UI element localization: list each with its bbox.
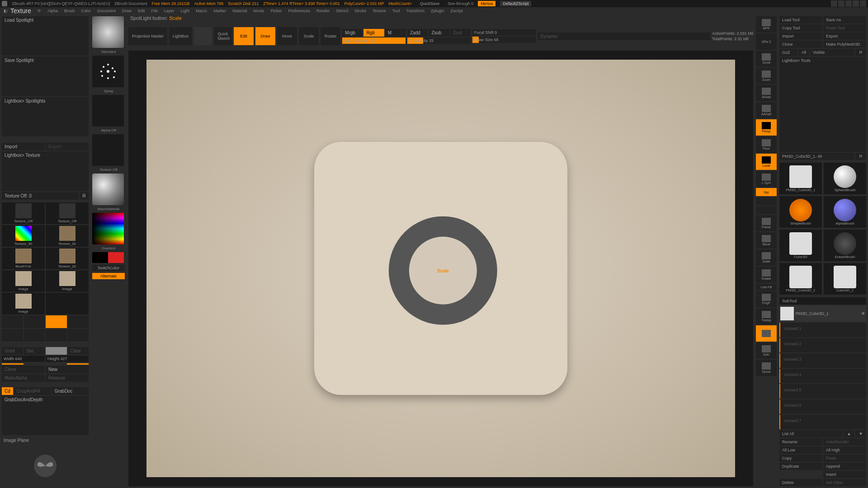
rotate-icon[interactable]: [68, 315, 89, 328]
op1-icon[interactable]: [2, 329, 23, 342]
cropandfill-button[interactable]: CropAndFill: [14, 387, 51, 395]
rotate-nav-button[interactable]: Rotate: [756, 267, 777, 283]
menu-draw[interactable]: Draw: [122, 9, 132, 13]
subtool-slot[interactable]: Unused 7: [779, 415, 866, 429]
tool-r-button[interactable]: R: [855, 153, 866, 160]
move-button[interactable]: Move: [277, 27, 297, 45]
menu-light[interactable]: Light: [181, 9, 190, 13]
switchcolor-button[interactable]: SwitchColor: [92, 265, 125, 271]
solo-button[interactable]: Solo: [756, 343, 777, 359]
tool-item[interactable]: EraserBrush: [824, 230, 866, 261]
color-swatches[interactable]: [92, 252, 124, 263]
texture-item[interactable]: Texture_01: [46, 225, 89, 247]
m-button[interactable]: M: [385, 29, 406, 37]
load-tool-button[interactable]: Load Tool: [779, 16, 822, 23]
material-thumb[interactable]: [92, 174, 124, 205]
menu-layer[interactable]: Layer: [164, 9, 175, 13]
zadd-button[interactable]: Zadd: [407, 29, 428, 37]
z-intensity-slider[interactable]: Z Intensity 25: [407, 38, 471, 44]
duplicate-button[interactable]: Duplicate: [779, 463, 822, 470]
alpha-thumb[interactable]: [92, 95, 124, 127]
subtool-slot[interactable]: Unused 3: [779, 353, 866, 368]
menu-alpha[interactable]: Alpha: [47, 9, 58, 13]
min-icon[interactable]: [831, 0, 837, 7]
goz-button[interactable]: GoZ: [779, 49, 797, 56]
clear-button[interactable]: Clear: [68, 347, 89, 355]
sec-button[interactable]: Sec: [24, 347, 45, 355]
import-tool-button[interactable]: Import: [779, 33, 822, 40]
goz-all-button[interactable]: All: [798, 49, 809, 56]
menu-tool[interactable]: Tool: [392, 9, 400, 13]
export-tool-button[interactable]: Export: [823, 33, 866, 40]
lightbox-tools-button[interactable]: Lightbox> Tools: [779, 57, 866, 152]
zoom-button[interactable]: Zoom: [756, 68, 777, 84]
current-tool-label[interactable]: PM3D_Cube3D_1. 49: [779, 153, 854, 160]
load-spotlight-button[interactable]: Load Spotlight: [2, 16, 89, 56]
tool-item[interactable]: AlphaBrush: [824, 196, 866, 228]
subtool-slot[interactable]: Unused 4: [779, 369, 866, 383]
image-plane-section[interactable]: Image Plane: [2, 436, 89, 445]
arrow-down-icon[interactable]: ▼: [855, 430, 866, 437]
tool-item[interactable]: SphereBrush: [824, 163, 866, 194]
menu-movie[interactable]: Movie: [253, 9, 264, 13]
subtool-current[interactable]: PM3D_Cube3D_1 👁: [779, 305, 866, 322]
rotate-button[interactable]: Rotate: [321, 27, 340, 45]
projection-master-button[interactable]: Projection Master: [128, 27, 167, 45]
scale-button[interactable]: Scale: [299, 27, 319, 45]
spotlight-ring[interactable]: Scale: [389, 216, 497, 325]
texture-item[interactable]: Image: [2, 270, 45, 292]
aahalf-button[interactable]: AAHalf: [756, 102, 777, 118]
local-button[interactable]: Local: [756, 154, 777, 170]
menu-render[interactable]: Render: [316, 9, 330, 13]
draw-size-slider[interactable]: Draw Size 68: [472, 37, 536, 43]
grabdocdepth-button[interactable]: GrabDocAndDepth: [2, 396, 89, 435]
save-as-button[interactable]: Save As: [823, 16, 866, 23]
alternate-button[interactable]: Alternate: [92, 273, 125, 279]
scroll-button[interactable]: Scroll: [756, 51, 777, 67]
paste-tool-button[interactable]: Paste Tool: [823, 24, 866, 32]
main-color[interactable]: [46, 347, 67, 355]
focal-shift-slider[interactable]: Focal Shift 0: [472, 29, 536, 36]
xpose-button[interactable]: Xpose: [756, 360, 777, 376]
height-slider[interactable]: Height 427: [46, 356, 89, 362]
quicksketch-icon[interactable]: [194, 27, 212, 45]
color-picker[interactable]: [92, 213, 124, 244]
menu-transform[interactable]: Transform: [406, 9, 425, 13]
zsub-button[interactable]: Zsub: [429, 29, 449, 37]
edit-button[interactable]: Edit: [234, 27, 254, 45]
menus-button[interactable]: Menus: [478, 1, 495, 6]
flip-h-icon[interactable]: [2, 315, 23, 328]
quicksave-button[interactable]: QuickSave: [416, 1, 443, 6]
seethrough[interactable]: See-through 0: [448, 1, 473, 6]
subtool-slot[interactable]: Unused 1: [779, 323, 866, 337]
rgb-intensity-slider[interactable]: Rgb Intensity 100: [342, 38, 406, 44]
op3-icon[interactable]: [46, 329, 67, 342]
tool-item[interactable]: SimpleBrush: [779, 196, 822, 228]
scale-nav-button[interactable]: Scale: [756, 249, 777, 266]
grabdoc-button[interactable]: GrabDoc: [52, 387, 89, 395]
rename-button[interactable]: Rename: [779, 438, 822, 446]
lightbox-button[interactable]: LightBox: [169, 27, 192, 45]
menu-material[interactable]: Material: [232, 9, 247, 13]
canvas[interactable]: Scale: [128, 51, 753, 486]
flip-v-icon[interactable]: [24, 315, 45, 328]
tool-item[interactable]: Cube3D_1: [824, 263, 866, 295]
cd-button[interactable]: Cd: [2, 387, 13, 395]
menu-document[interactable]: Document: [97, 9, 116, 13]
draw-button[interactable]: Draw: [255, 27, 275, 45]
spix-button[interactable]: SPix 3: [756, 33, 777, 50]
menu-macro[interactable]: Macro: [196, 9, 207, 13]
grad-button[interactable]: Grad: [2, 347, 23, 355]
texture-item[interactable]: Texture_Off: [46, 202, 89, 224]
new-button[interactable]: New: [46, 366, 89, 373]
palette-pin-icon[interactable]: ◧: [4, 9, 8, 13]
menu-file[interactable]: File: [151, 9, 158, 13]
clone-tool-button[interactable]: Clone: [779, 41, 822, 48]
subtool-slot[interactable]: Unused 2: [779, 338, 866, 352]
frame-button[interactable]: Frame: [756, 215, 777, 231]
menu-brush[interactable]: Brush: [64, 9, 75, 13]
texture-item[interactable]: [46, 293, 89, 314]
all-low-button[interactable]: All Low: [779, 446, 822, 454]
lightbox-texture-button[interactable]: Lightbox> Texture: [2, 151, 89, 191]
width-slider[interactable]: Width 640: [2, 356, 45, 362]
